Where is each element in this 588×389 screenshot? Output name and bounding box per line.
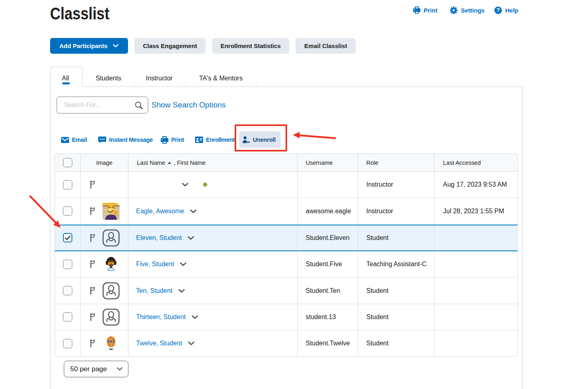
svg-text:?: ?: [496, 7, 500, 13]
